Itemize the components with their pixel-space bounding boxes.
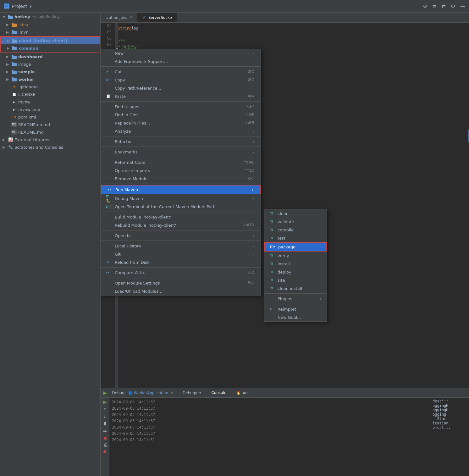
side-up-btn[interactable]: ↑ [103,407,107,412]
worker-app-label[interactable]: 🔵 WorkerApplication [128,391,168,395]
tree-item-dashboard[interactable]: ▶ dashboard [0,53,100,60]
menu-item-refactor[interactable]: Refactor › [101,137,261,146]
maven-item-test[interactable]: m test [264,234,327,242]
menu-item-find-usages[interactable]: Find Usages ⌥F7 [101,102,261,111]
menu-item-module-settings[interactable]: Open Module Settings ⌘↓ [101,279,261,287]
log-time-6: 2024-09-03 14:11:37 [112,431,155,436]
maven-item-site[interactable]: m site [264,276,327,284]
list-icon[interactable]: ≡ [432,3,436,9]
maven-item-install[interactable]: m install [264,260,327,268]
menu-item-local-history[interactable]: Local History › [101,242,261,250]
maven-item-verify[interactable]: m verify [264,252,327,260]
side-pause-btn[interactable]: ⏸ [102,421,108,427]
bottom-tab-act[interactable]: 🔥 Act [231,388,254,397]
menu-item-reload-from-disk[interactable]: ↻ Reload from Disk [101,258,261,266]
bottom-tab-debugger[interactable]: Debugger [178,388,206,397]
side-down-btn[interactable]: ↓ [103,414,107,419]
menu-item-open-in[interactable]: Open In › [101,231,261,240]
menu-item-open-terminal[interactable]: m⬛ Open Terminal at the Current Maven Mo… [101,202,261,211]
tree-item-gitignore[interactable]: ▶ 🔸 .gitignore [0,83,100,91]
maven-compile-label: compile [278,228,294,232]
side-play-btn[interactable]: ▶ [103,399,107,405]
menu-item-cut[interactable]: ✂ Cut ⌘X [101,68,261,76]
tree-item-common[interactable]: ▶ common [1,44,100,52]
mvnw-icon: ▶ [11,99,17,104]
maven-item-deploy[interactable]: m deploy [264,268,327,276]
project-label[interactable]: Project [12,4,27,9]
tree-item-pomxml[interactable]: ▶ m pom.xml [0,113,100,121]
side-close-btn[interactable]: ● [103,449,106,454]
maven-item-plugins[interactable]: Plugins › [264,295,327,303]
tab-ication[interactable]: ication.java ✕ [101,13,137,22]
side-print-btn[interactable]: 🖨 [103,442,107,447]
svg-rect-18 [12,70,14,71]
play-icon[interactable]: ▶ [103,390,107,396]
close-tab-btn[interactable]: ✕ [171,391,174,395]
maven-item-validate[interactable]: m validate [264,218,327,226]
svg-text:m: m [269,235,273,240]
tree-item-idea[interactable]: ▶ .idea [0,21,100,28]
menu-item-debug-maven[interactable]: m🐛 Debug Maven › [101,194,261,202]
project-dropdown-icon[interactable]: ▾ [30,4,32,9]
maven-item-new-goal[interactable]: New Goal... [264,313,327,321]
tree-item-mvnw[interactable]: ▶ ▶ mvnw [0,98,100,106]
tab-ication-close[interactable]: ✕ [129,15,132,19]
maven-verify-icon: m [269,253,276,258]
menu-item-replace-in-files[interactable]: Replace in Files... ⇧⌘R [101,119,261,127]
svg-rect-13 [12,56,17,59]
side-split-btn[interactable]: ⇌ [103,429,107,434]
tree-root[interactable]: ▼ hotkey ~/code/hotkey [0,13,100,21]
settings-icon[interactable]: ⚙ [451,3,455,9]
maven-verify-label: verify [278,253,289,258]
menu-item-rebuild-module[interactable]: Rebuild Module 'hotkey-client' ⇧⌘F9 [101,221,261,229]
maven-item-compile[interactable]: m compile [264,226,327,234]
tab-serversocke[interactable]: ⚡ ServerSocke [137,13,177,22]
tree-item-client[interactable]: ▶ client [hotkey-client] [1,37,100,44]
tree-item-sample[interactable]: ▶ sample [0,68,100,75]
debug-maven-icon: m🐛 [106,194,112,203]
tree-item-readme[interactable]: ▶ MD README.md [0,128,100,136]
tree-item-scratches[interactable]: ▶ 🔧 Scratches and Consoles [0,143,100,151]
minimize-icon[interactable]: — [460,3,465,9]
menu-item-find-in-files[interactable]: Find in Files... ⇧⌘F [101,111,261,119]
bookmarks-arrow: › [253,150,254,154]
maven-item-clean[interactable]: m clean [264,209,327,218]
maven-item-reimport[interactable]: ↻ Reimport [264,305,327,313]
menu-item-run-maven[interactable]: m Run Maven › [102,185,260,194]
menu-item-add-framework[interactable]: Add Framework Support... [101,57,261,65]
tree-item-ext-libs[interactable]: ▶ 📊 External Libraries [0,136,100,143]
menu-item-git[interactable]: Git › [101,250,261,258]
svg-text:m: m [269,261,273,266]
bottom-left-controls: ▶ [101,390,109,396]
menu-item-load-modules[interactable]: Load/Unload Modules... [101,287,261,295]
menu-item-copy[interactable]: ⧉ Copy ⌘C [101,76,261,84]
menu-item-copy-path[interactable]: Copy Path/Reference... [101,84,261,92]
maven-item-clean-install[interactable]: m clean install [264,284,327,292]
side-stop-btn[interactable]: ⏹ [103,435,107,440]
menu-item-new[interactable]: New › [101,49,261,57]
tree-item-image[interactable]: ▶ image [0,60,100,68]
menu-item-remove-module[interactable]: Remove Module ⌫ [101,174,261,183]
menu-local-history-label: Local History [115,244,141,248]
worker-app-name: WorkerApplication [134,391,168,395]
tree-item-readme-en[interactable]: ▶ MD README.en.md [0,121,100,128]
menu-remove-module-label: Remove Module [115,176,147,181]
expand-icon[interactable]: ⇄ [441,3,445,9]
menu-item-paste[interactable]: 📋 Paste ⌘V [101,92,261,100]
tree-item-mvn[interactable]: ▶ .mvn [0,28,100,36]
menu-item-optimize[interactable]: Optimize Imports ^⌥O [101,166,261,174]
tree-item-worker[interactable]: ▶ worker [0,75,100,83]
menu-item-compare-with[interactable]: ↔ Compare With... ⌘D [101,268,261,277]
add-icon[interactable]: ⊕ [423,3,427,9]
menu-item-reformat[interactable]: Reformat Code ⌥⌘L [101,158,261,166]
maven-item-package[interactable]: m package [265,243,326,251]
tree-item-mvnwcmd[interactable]: ▶ ▶ mvnw.cmd [0,106,100,113]
bottom-tab-console[interactable]: Console [206,388,231,397]
maven-clean-icon: m [269,211,276,216]
menu-item-analyze[interactable]: Analyze › [101,127,261,135]
menu-item-bookmarks[interactable]: Bookmarks › [101,148,261,156]
maven-install-label: install [278,262,290,266]
tree-item-license[interactable]: ▶ 📄 LICENSE [0,91,100,98]
menu-item-build-module[interactable]: Build Module 'hotkey-client' [101,213,261,221]
right-log-7: omcat... [433,425,468,430]
